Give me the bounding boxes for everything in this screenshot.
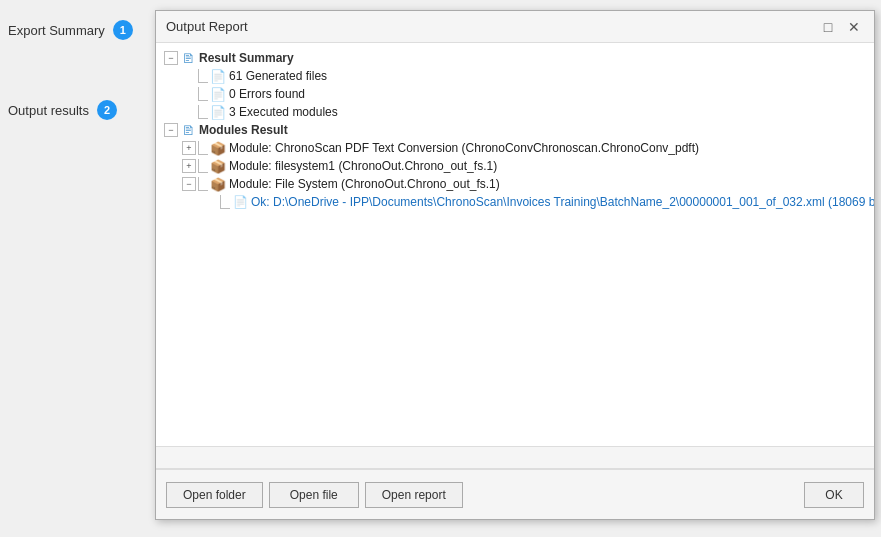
dialog-footer: Open folder Open file Open report OK xyxy=(156,469,874,519)
modules-result-icon: 🖹 xyxy=(180,122,196,138)
errors-found-text: 0 Errors found xyxy=(229,87,305,101)
tree-node-ok-file[interactable]: 📄 Ok: D:\OneDrive - IPP\Documents\Chrono… xyxy=(160,193,870,211)
tree-node-module3[interactable]: − 📦 Module: File System (ChronoOut.Chron… xyxy=(160,175,870,193)
tree-node-modules-result[interactable]: − 🖹 Modules Result xyxy=(160,121,870,139)
export-summary-label: Export Summary xyxy=(8,23,105,38)
tree-area[interactable]: − 🖹 Result Summary 📄 61 Generated files … xyxy=(156,43,874,447)
dialog-title: Output Report xyxy=(166,19,248,34)
minimize-button[interactable]: □ xyxy=(818,17,838,37)
ok-file-icon: 📄 xyxy=(232,194,248,210)
modules-result-text: Modules Result xyxy=(199,123,288,137)
annotation-panel: Export Summary 1 Output results 2 xyxy=(0,0,155,130)
module1-icon: 📦 xyxy=(210,140,226,156)
open-report-button[interactable]: Open report xyxy=(365,482,463,508)
tree-node-module1[interactable]: + 📦 Module: ChronoScan PDF Text Conversi… xyxy=(160,139,870,157)
generated-files-text: 61 Generated files xyxy=(229,69,327,83)
tree-node-errors-found[interactable]: 📄 0 Errors found xyxy=(160,85,870,103)
generated-files-icon: 📄 xyxy=(210,68,226,84)
output-results-label: Output results xyxy=(8,103,89,118)
dialog-titlebar: Output Report □ ✕ xyxy=(156,11,874,43)
result-summary-text: Result Summary xyxy=(199,51,294,65)
errors-found-icon: 📄 xyxy=(210,86,226,102)
expander-result-summary[interactable]: − xyxy=(164,51,178,65)
tree-node-result-summary[interactable]: − 🖹 Result Summary xyxy=(160,49,870,67)
dialog-controls: □ ✕ xyxy=(818,17,864,37)
module1-text: Module: ChronoScan PDF Text Conversion (… xyxy=(229,141,699,155)
open-file-button[interactable]: Open file xyxy=(269,482,359,508)
tree-node-executed-modules[interactable]: 📄 3 Executed modules xyxy=(160,103,870,121)
annotation-export-summary: Export Summary 1 xyxy=(8,20,147,40)
footer-left-buttons: Open folder Open file Open report xyxy=(166,482,463,508)
open-folder-button[interactable]: Open folder xyxy=(166,482,263,508)
expander-module3[interactable]: − xyxy=(182,177,196,191)
tree-node-generated-files[interactable]: 📄 61 Generated files xyxy=(160,67,870,85)
ok-button[interactable]: OK xyxy=(804,482,864,508)
result-summary-icon: 🖹 xyxy=(180,50,196,66)
close-button[interactable]: ✕ xyxy=(844,17,864,37)
executed-modules-icon: 📄 xyxy=(210,104,226,120)
executed-modules-text: 3 Executed modules xyxy=(229,105,338,119)
dialog-content: − 🖹 Result Summary 📄 61 Generated files … xyxy=(156,43,874,469)
status-bar xyxy=(156,447,874,469)
expander-module2[interactable]: + xyxy=(182,159,196,173)
badge-2: 2 xyxy=(97,100,117,120)
tree-node-module2[interactable]: + 📦 Module: filesystem1 (ChronoOut.Chron… xyxy=(160,157,870,175)
module2-text: Module: filesystem1 (ChronoOut.Chrono_ou… xyxy=(229,159,497,173)
ok-file-text: Ok: D:\OneDrive - IPP\Documents\ChronoSc… xyxy=(251,195,874,209)
module2-icon: 📦 xyxy=(210,158,226,174)
module3-text: Module: File System (ChronoOut.Chrono_ou… xyxy=(229,177,500,191)
annotation-output-results: Output results 2 xyxy=(8,100,147,120)
expander-module1[interactable]: + xyxy=(182,141,196,155)
module3-icon: 📦 xyxy=(210,176,226,192)
output-report-dialog: Output Report □ ✕ − 🖹 Result Summary xyxy=(155,10,875,520)
badge-1: 1 xyxy=(113,20,133,40)
expander-modules-result[interactable]: − xyxy=(164,123,178,137)
